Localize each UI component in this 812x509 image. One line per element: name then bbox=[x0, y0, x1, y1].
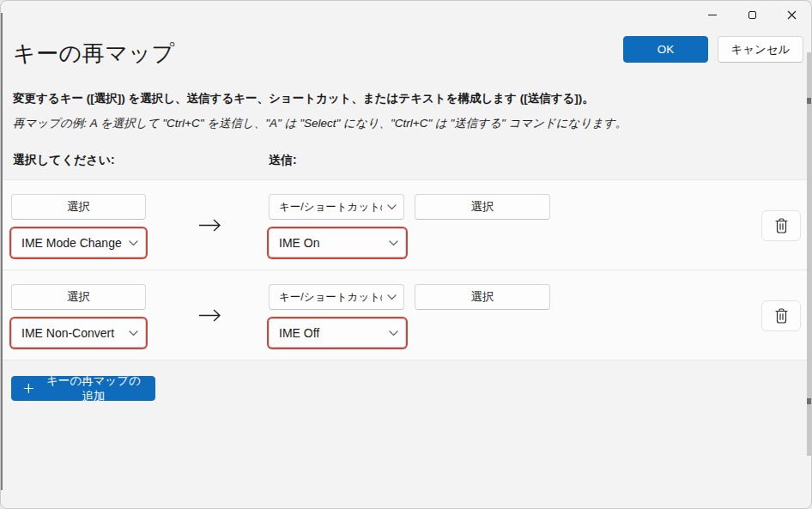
maximize-icon bbox=[748, 11, 756, 19]
source-key-dropdown[interactable]: IME Mode Change bbox=[11, 228, 146, 258]
right-arrow-icon bbox=[198, 218, 221, 236]
minimize-button[interactable] bbox=[693, 1, 732, 28]
target-key-value: IME On bbox=[279, 236, 384, 250]
source-key-value: IME Non-Convert bbox=[21, 326, 124, 340]
description-line: 変更するキー ([選択]) を選択し、送信するキー、ショートカット、またはテキス… bbox=[13, 91, 594, 106]
target-key-dropdown[interactable]: IME On bbox=[269, 228, 406, 258]
select-send-key-button[interactable]: 選択 bbox=[415, 194, 550, 220]
chevron-down-icon bbox=[129, 240, 138, 246]
chevron-down-icon bbox=[389, 330, 398, 336]
example-line: 再マップの例: A を選択して "Ctrl+C" を送信し、"A" は "Sel… bbox=[13, 116, 627, 131]
delete-remap-button[interactable] bbox=[761, 210, 801, 241]
trash-icon bbox=[774, 308, 789, 324]
select-send-key-button[interactable]: 選択 bbox=[415, 284, 550, 310]
chevron-down-icon bbox=[389, 240, 398, 246]
close-button[interactable] bbox=[772, 1, 811, 28]
right-scrollbar-strip[interactable] bbox=[807, 52, 811, 456]
send-type-value: キー/ショートカットの送 bbox=[279, 290, 382, 305]
left-window-edge bbox=[1, 13, 3, 490]
chevron-down-icon bbox=[129, 330, 138, 336]
remap-keys-dialog: キーの再マップ OK キャンセル 変更するキー ([選択]) を選択し、送信する… bbox=[0, 0, 812, 509]
ok-button[interactable]: OK bbox=[623, 36, 708, 63]
close-icon bbox=[787, 10, 797, 20]
page-title: キーの再マップ bbox=[13, 39, 175, 69]
remap-row: 選択 IME Mode Change キー/ショートカットの送 選択 IME O… bbox=[1, 180, 812, 270]
scrollbar-tick bbox=[807, 398, 811, 404]
add-remap-label: キーの再マップの追加 bbox=[44, 373, 143, 404]
cancel-button[interactable]: キャンセル bbox=[718, 36, 803, 63]
send-type-dropdown[interactable]: キー/ショートカットの送 bbox=[269, 284, 404, 310]
right-arrow-icon bbox=[198, 308, 221, 326]
select-key-button[interactable]: 選択 bbox=[11, 194, 146, 220]
maximize-button[interactable] bbox=[732, 1, 772, 28]
source-key-value: IME Mode Change bbox=[21, 236, 124, 250]
trash-icon bbox=[774, 218, 789, 233]
send-type-value: キー/ショートカットの送 bbox=[279, 200, 382, 215]
source-key-dropdown[interactable]: IME Non-Convert bbox=[11, 318, 146, 348]
select-key-button[interactable]: 選択 bbox=[11, 284, 146, 310]
add-remap-button[interactable]: キーの再マップの追加 bbox=[11, 376, 155, 401]
chevron-down-icon bbox=[387, 294, 397, 300]
chevron-down-icon bbox=[387, 204, 397, 210]
target-key-dropdown[interactable]: IME Off bbox=[269, 318, 406, 348]
delete-remap-button[interactable] bbox=[761, 300, 801, 331]
remap-row: 選択 IME Non-Convert キー/ショートカットの送 選択 IME O… bbox=[1, 270, 812, 361]
select-column-header: 選択してください: bbox=[13, 153, 115, 168]
target-key-value: IME Off bbox=[279, 326, 384, 340]
send-column-header: 送信: bbox=[269, 153, 297, 168]
plus-icon bbox=[23, 382, 34, 395]
remap-rows: 選択 IME Mode Change キー/ショートカットの送 選択 IME O… bbox=[1, 179, 812, 361]
send-type-dropdown[interactable]: キー/ショートカットの送 bbox=[269, 194, 404, 220]
minimize-icon bbox=[708, 15, 717, 15]
scrollbar-tick bbox=[807, 98, 811, 104]
